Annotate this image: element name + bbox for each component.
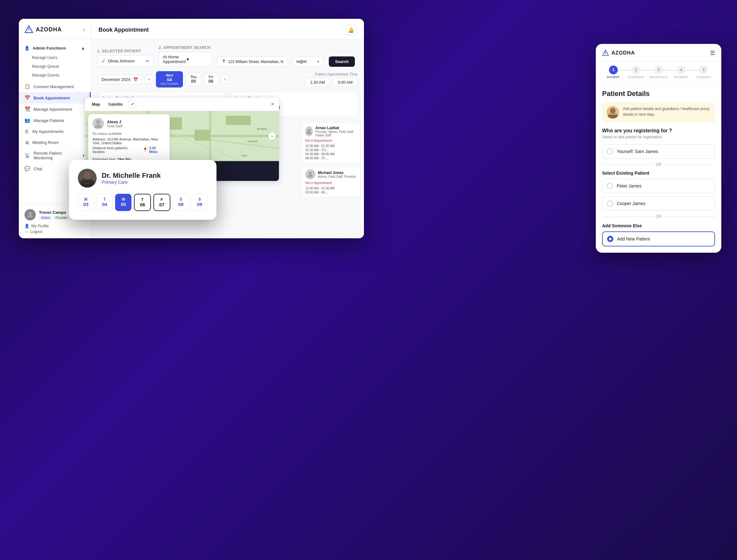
admin-functions-section: 👤 Admin Functions ▲ Manage Users Manage … — [19, 43, 91, 80]
chevron-up-icon: ▲ — [81, 46, 85, 50]
appointment-search-row: 1. Selected Patient ✓ Olivia Johnson ✏ 2… — [97, 45, 358, 67]
doctor-details: Dr. Michelle Frank Primary Care — [102, 172, 161, 185]
day-fri[interactable]: Fri 06 — [204, 73, 218, 86]
panel-body: Patient Details Add patient details and … — [596, 83, 721, 253]
date-row: December 2024 📅 ‹ Wed 04 Next Available … — [97, 71, 358, 87]
search-button[interactable]: Search — [329, 56, 355, 67]
svg-point-18 — [309, 172, 311, 175]
banner-avatar — [607, 106, 619, 119]
hah-group: H@H ▼ — [292, 55, 324, 67]
prov-michael-header: Michael Jones Admin, Field Staff, Provid… — [305, 169, 357, 179]
sidebar-collapse-button[interactable]: ‹ — [83, 27, 85, 32]
step-1-circle: 1 — [609, 66, 618, 74]
logout-link[interactable]: → Logout — [24, 230, 85, 234]
map-visual: Port Jen... Bridgep... Fairfield Ston...… — [85, 111, 279, 161]
doctor-avatar — [78, 169, 97, 188]
svg-point-2 — [29, 212, 32, 215]
arnav-slots: 12:00 AM - 01:30 AM 01:30 AM - 3:0... 04… — [305, 144, 357, 160]
start-time-input[interactable] — [305, 78, 330, 87]
appointment-type-dropdown[interactable]: At Home Appointment ▼ — [159, 52, 212, 67]
michael-slots: 12:00 AM - 01:30 AM 03:00 AM - 04:... — [305, 187, 357, 194]
admin-functions-header[interactable]: 👤 Admin Functions ▲ — [19, 43, 91, 53]
register-question: Who are you registering for ? — [602, 128, 715, 134]
prev-date-arrow[interactable]: ‹ — [145, 75, 153, 84]
add-new-patient-button[interactable]: Add New Patient — [602, 231, 715, 246]
location-icon: 📍 — [221, 59, 226, 64]
sidebar-item-manage-patients[interactable]: 👥 Manage Patients — [19, 115, 91, 126]
doctor-info: Dr. Michelle Frank Primary Care — [78, 169, 208, 188]
manage-appt-icon: 📆 — [24, 106, 30, 112]
sidebar-item-meeting-room[interactable]: 🖥 Meeting Room — [19, 137, 91, 148]
consent-icon: 📋 — [24, 84, 30, 89]
day-thu[interactable]: Thu 05 — [185, 73, 201, 86]
selected-patient-group: 1. Selected Patient ✓ Olivia Johnson ✏ — [97, 49, 154, 67]
my-profile-link[interactable]: 👤 My Profile — [24, 224, 85, 228]
step-insurance: 3 INSURANCE — [647, 66, 670, 79]
cal-day-wed[interactable]: W 05 — [115, 194, 131, 211]
cal-day-mon[interactable]: M 03 — [78, 194, 94, 211]
user-badges: Admin Provider — [39, 216, 70, 220]
prov-michael-info: Michael Jones Admin, Field Staff, Provid… — [318, 171, 356, 178]
next-date-arrow[interactable]: › — [220, 75, 229, 84]
remote-icon: 📡 — [24, 153, 30, 158]
sidebar-item-manage-users[interactable]: Manage Users — [19, 53, 91, 62]
satellite-tab[interactable]: Satellite — [106, 101, 125, 108]
prov-arnav-avatar — [305, 126, 313, 136]
map-tab[interactable]: Map — [89, 101, 103, 108]
or-divider-2: OR — [602, 214, 715, 219]
sidebar-item-manage-appointment[interactable]: 📆 Manage Appointment — [19, 103, 91, 115]
cal-day-thu[interactable]: T 06 — [134, 194, 151, 211]
edit-icon[interactable]: ✏ — [146, 59, 150, 64]
avatar — [24, 209, 36, 220]
step-2-circle: 2 — [632, 66, 640, 74]
end-time-input[interactable] — [332, 78, 358, 87]
step-5-label: CONSENT — [696, 76, 711, 79]
azodha-logo-icon — [24, 25, 33, 34]
sidebar-item-my-appointments[interactable]: 🗓 My Appointments — [19, 126, 91, 137]
cal-day-sat[interactable]: S 08 — [173, 194, 189, 211]
provider-cards-column: Arnav Ladkat Provider, Admin, Field Staf… — [301, 122, 361, 200]
sidebar-item-book-appointment[interactable]: 📅 Book Appointment — [19, 92, 91, 103]
yourself-radio — [607, 148, 613, 155]
cal-day-sun[interactable]: S 09 — [191, 194, 208, 211]
existing-patient-heading: Select Existing Patient — [602, 171, 715, 176]
map-next-person-arrow[interactable]: › — [268, 132, 276, 140]
provider-card-arnav: Arnav Ladkat Provider, Admin, Field Staf… — [301, 122, 361, 163]
doctor-card: Dr. Michelle Frank Primary Care M 03 T 0… — [69, 160, 216, 220]
map-close-button[interactable]: ✕ — [271, 102, 274, 107]
admin-icon: 👤 — [24, 46, 29, 50]
cal-day-fri[interactable]: F 07 — [153, 194, 170, 211]
panel-logo-text: AZODHA — [612, 50, 635, 56]
map-person-avatar — [93, 118, 104, 129]
day-wed[interactable]: Wed 04 Next Available — [156, 71, 183, 87]
add-new-radio — [607, 236, 613, 242]
chevron-down-icon: ▼ — [186, 57, 208, 62]
panel-menu-icon[interactable]: ☰ — [710, 50, 715, 56]
appointment-type-group: 2. Appointment Search At Home Appointmen… — [159, 45, 212, 67]
hah-chevron-icon: ▼ — [316, 60, 320, 63]
patient-selector[interactable]: ✓ Olivia Johnson ✏ — [97, 55, 154, 67]
notification-bell[interactable]: 🔔 — [346, 24, 356, 35]
yourself-option[interactable]: Yourself: Sam James — [602, 144, 715, 159]
calendar-days: M 03 T 04 W 05 T 06 F 07 S 08 S 09 — [78, 194, 208, 211]
location-field[interactable]: 📍 123 William Street, Manhattan, N — [217, 56, 287, 67]
sidebar-logo-text: AZODHA — [36, 26, 62, 33]
svg-text:Bridgep...: Bridgep... — [257, 127, 269, 130]
hah-dropdown[interactable]: H@H ▼ — [292, 56, 324, 67]
provider-badge: Provider — [53, 216, 69, 220]
step-4-circle: 4 — [677, 66, 686, 74]
prov-arnav-info: Arnav Ladkat Provider, Admin, Field Staf… — [315, 126, 357, 137]
patient-details-panel: AZODHA ☰ 1 PATIENT 2 GUARDIAN 3 INSURANC… — [596, 44, 721, 253]
date-picker[interactable]: December 2024 📅 — [97, 75, 142, 84]
sidebar-item-manage-queue[interactable]: Manage Queue — [19, 62, 91, 71]
sidebar-item-manage-events[interactable]: Manage Events — [19, 71, 91, 80]
user-name: Trevor Camps — [39, 210, 70, 215]
peter-james-option[interactable]: Peter James — [602, 179, 715, 193]
map-person-header: Alexa J Field Staff — [93, 118, 165, 129]
sidebar-item-consent-management[interactable]: 📋 Consent Management — [19, 81, 91, 92]
step-1-label: PATIENT — [607, 76, 620, 79]
location-group: 📍 123 William Street, Manhattan, N — [217, 55, 287, 67]
cooper-james-option[interactable]: Cooper James — [602, 196, 715, 211]
map-expand-icon[interactable]: ⤢ — [128, 100, 136, 108]
cal-day-tue[interactable]: T 04 — [97, 194, 113, 211]
